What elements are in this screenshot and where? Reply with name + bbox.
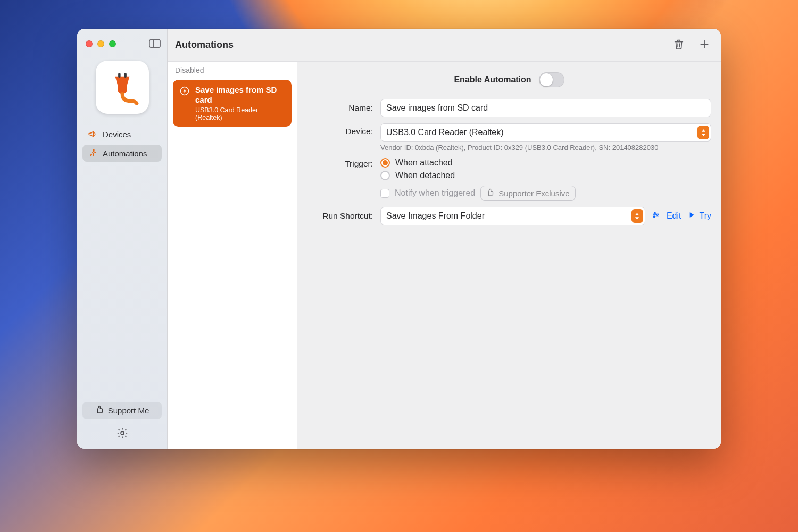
- name-label: Name:: [307, 103, 373, 113]
- automation-list-item-title: Save images from SD card: [195, 85, 285, 105]
- support-me-button[interactable]: Support Me: [82, 402, 162, 419]
- device-select-value: USB3.0 Card Reader (Realtek): [386, 128, 504, 137]
- plus-icon: [699, 39, 710, 52]
- edit-shortcut-button[interactable]: Edit: [667, 211, 681, 221]
- enable-automation-label: Enable Automation: [454, 75, 531, 85]
- window-controls: [82, 35, 162, 52]
- updown-icon: [631, 209, 643, 223]
- sidebar-item-devices[interactable]: Devices: [82, 126, 162, 143]
- svg-rect-0: [149, 40, 160, 48]
- notify-label: Notify when triggered: [395, 188, 475, 198]
- svg-point-7: [654, 212, 656, 214]
- titlebar: Automations: [168, 29, 721, 62]
- device-meta-text: Vendor ID: 0xbda (Realtek), Product ID: …: [380, 144, 711, 152]
- trash-icon: [673, 38, 685, 52]
- settings-button[interactable]: [115, 427, 130, 442]
- sidebar-item-label: Automations: [103, 149, 147, 158]
- sidebar-item-automations[interactable]: Automations: [82, 145, 162, 162]
- device-label: Device:: [307, 123, 373, 136]
- shortcut-select[interactable]: Save Images From Folder: [380, 207, 645, 225]
- trigger-option-label: When detached: [395, 171, 455, 180]
- automation-list-panel: Disabled Save images from SD card USB3.0…: [168, 62, 297, 449]
- svg-point-4: [93, 149, 95, 151]
- sliders-icon: [652, 211, 660, 221]
- supporter-tag-label: Supporter Exclusive: [498, 189, 569, 198]
- radio-icon: [380, 158, 390, 168]
- svg-point-5: [121, 431, 124, 435]
- sidebar: Devices Automations Suppor: [77, 29, 168, 449]
- sidebar-nav: Devices Automations: [82, 126, 162, 162]
- app-window: Devices Automations Suppor: [77, 29, 721, 449]
- shortcut-select-value: Save Images From Folder: [386, 211, 485, 220]
- trigger-label: Trigger:: [307, 158, 373, 169]
- trigger-option-attached[interactable]: When attached: [380, 158, 711, 168]
- trigger-option-label: When attached: [395, 158, 453, 168]
- megaphone-icon: [88, 129, 97, 139]
- automation-list-item[interactable]: Save images from SD card USB3.0 Card Rea…: [173, 80, 292, 127]
- try-shortcut-button[interactable]: Try: [687, 211, 711, 221]
- bolt-circle-icon: [179, 86, 190, 96]
- add-automation-button[interactable]: [697, 38, 711, 52]
- enable-automation-toggle[interactable]: [539, 72, 564, 87]
- content-area: Automations: [168, 29, 721, 449]
- trigger-option-detached[interactable]: When detached: [380, 171, 711, 180]
- gear-icon: [117, 427, 128, 441]
- close-window-button[interactable]: [86, 40, 93, 47]
- automation-detail-panel: Enable Automation Name: Device: USB3.0 C…: [297, 62, 721, 449]
- svg-point-9: [653, 216, 655, 218]
- name-input[interactable]: [380, 99, 711, 117]
- radio-icon: [380, 171, 390, 180]
- automation-list-item-subtitle: USB3.0 Card Reader (Realtek): [195, 106, 285, 121]
- sidebar-item-label: Devices: [103, 130, 131, 139]
- svg-point-8: [656, 214, 658, 216]
- notify-checkbox[interactable]: [380, 189, 389, 198]
- support-me-label: Support Me: [108, 406, 149, 415]
- page-title: Automations: [175, 39, 234, 51]
- app-icon: [96, 61, 149, 114]
- toggle-sidebar-button[interactable]: [148, 38, 162, 49]
- thumbs-up-icon: [95, 405, 104, 415]
- minimize-window-button[interactable]: [97, 40, 104, 47]
- zoom-window-button[interactable]: [109, 40, 116, 47]
- svg-rect-2: [118, 73, 121, 78]
- device-select[interactable]: USB3.0 Card Reader (Realtek): [380, 123, 711, 142]
- list-section-header: Disabled: [168, 62, 297, 78]
- updown-icon: [697, 126, 709, 139]
- running-person-icon: [88, 148, 97, 158]
- shortcut-label: Run Shortcut:: [307, 211, 373, 221]
- delete-automation-button[interactable]: [672, 38, 686, 52]
- edit-label: Edit: [667, 211, 681, 221]
- shortcut-settings-button[interactable]: [652, 211, 660, 221]
- supporter-exclusive-tag[interactable]: Supporter Exclusive: [480, 186, 575, 201]
- thumbs-up-icon: [486, 188, 494, 198]
- try-label: Try: [699, 211, 711, 221]
- play-icon: [687, 211, 696, 221]
- svg-rect-3: [124, 73, 127, 78]
